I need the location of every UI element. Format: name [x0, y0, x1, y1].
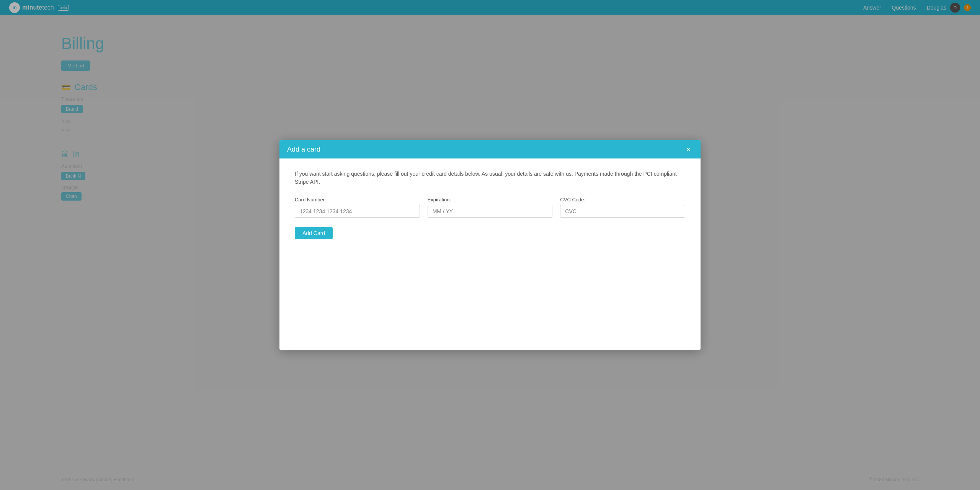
expiration-group: Expiration: — [428, 197, 553, 218]
add-card-modal: Add a card × If you want start asking qu… — [279, 140, 701, 350]
card-number-input[interactable] — [295, 205, 420, 218]
modal-header: Add a card × — [279, 140, 701, 158]
cvc-input[interactable] — [560, 205, 685, 218]
expiration-label: Expiration: — [428, 197, 553, 203]
modal-overlay: Add a card × If you want start asking qu… — [0, 0, 980, 490]
expiration-input[interactable] — [428, 205, 553, 218]
add-card-button[interactable]: Add Card — [295, 227, 333, 239]
cvc-label: CVC Code: — [560, 197, 685, 203]
modal-description: If you want start asking questions, plea… — [295, 170, 685, 186]
cvc-group: CVC Code: — [560, 197, 685, 218]
card-number-group: Card Number: — [295, 197, 420, 218]
card-number-label: Card Number: — [295, 197, 420, 203]
modal-body: If you want start asking questions, plea… — [279, 158, 701, 350]
modal-close-button[interactable]: × — [684, 145, 693, 154]
modal-title: Add a card — [287, 145, 320, 154]
card-form-row: Card Number: Expiration: CVC Code: — [295, 197, 685, 218]
